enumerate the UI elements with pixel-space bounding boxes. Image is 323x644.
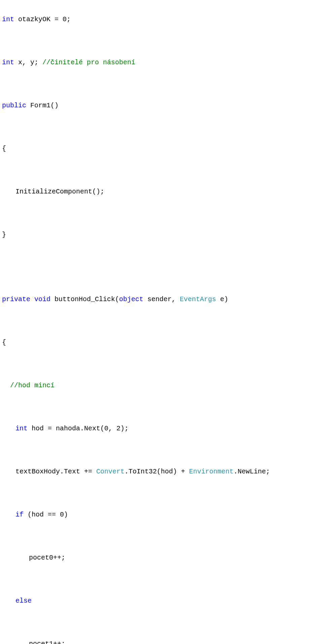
code-line: [2, 208, 321, 219]
code-line: [2, 617, 321, 628]
code-text: pocet1++;: [29, 640, 65, 644]
brace-open: {: [2, 145, 6, 152]
code-line: int otazkyOK = 0;: [2, 14, 321, 25]
code-line: //hod mincí: [2, 380, 321, 391]
brace-open: {: [2, 338, 6, 346]
code-line: InitializeComponent();: [15, 186, 321, 197]
code-text: Form1(): [26, 102, 59, 109]
code-text: buttonHod_Click(: [50, 295, 119, 303]
code-line: [2, 359, 321, 369]
class-name: EventArgs: [180, 295, 216, 303]
comment: //činitelé pro násobení: [42, 59, 135, 66]
keyword-int: int: [2, 15, 14, 23]
code-line: [2, 122, 321, 133]
code-line: [2, 273, 321, 283]
code-text: otazkyOK = 0;: [14, 15, 71, 23]
keyword-void: void: [34, 295, 50, 303]
code-line: if (hod == 0): [15, 509, 321, 520]
keyword-public: public: [2, 102, 26, 109]
code-text: (hod == 0): [24, 511, 68, 518]
code-text: sender,: [143, 295, 180, 303]
keyword-int: int: [2, 59, 14, 66]
brace-close: }: [2, 231, 6, 239]
code-line: [2, 574, 321, 585]
keyword-int: int: [15, 425, 28, 432]
code-text: pocet0++;: [29, 554, 65, 562]
code-text: textBoxHody.Text +=: [15, 468, 96, 475]
code-text: hod = nahoda.Next(0, 2);: [28, 425, 129, 432]
code-block: int otazkyOK = 0; int x, y; //činitelé p…: [0, 0, 323, 644]
code-line: private void buttonHod_Click(object send…: [2, 294, 321, 305]
code-line: [2, 79, 321, 90]
code-line: pocet0++;: [29, 552, 321, 563]
code-line: [2, 316, 321, 326]
code-line: [2, 251, 321, 262]
code-text: [30, 295, 34, 303]
keyword-object: object: [119, 295, 143, 303]
code-line: [2, 488, 321, 499]
code-text: x, y;: [14, 59, 42, 66]
code-line: [2, 531, 321, 542]
code-line: [2, 36, 321, 46]
code-text: e): [216, 295, 228, 303]
code-text: .ToInt32(hod) +: [124, 468, 189, 475]
class-name: Convert: [96, 468, 124, 475]
code-line: else: [15, 596, 321, 606]
code-line: textBoxHody.Text += Convert.ToInt32(hod)…: [15, 466, 321, 477]
code-line: public Form1(): [2, 100, 321, 111]
keyword-private: private: [2, 295, 30, 303]
comment: //hod mincí: [10, 382, 55, 389]
code-line: [2, 165, 321, 176]
class-name: Environment: [189, 468, 234, 475]
code-line: pocet1++;: [29, 639, 321, 644]
code-line: int x, y; //činitelé pro násobení: [2, 57, 321, 68]
code-line: {: [2, 143, 321, 154]
code-text: InitializeComponent();: [15, 188, 104, 195]
code-line: }: [2, 229, 321, 240]
keyword-else: else: [15, 597, 32, 605]
code-text: .NewLine;: [234, 468, 270, 475]
keyword-if: if: [15, 511, 24, 518]
code-line: [2, 402, 321, 413]
code-line: int hod = nahoda.Next(0, 2);: [15, 423, 321, 434]
code-line: [2, 445, 321, 456]
code-line: {: [2, 337, 321, 348]
